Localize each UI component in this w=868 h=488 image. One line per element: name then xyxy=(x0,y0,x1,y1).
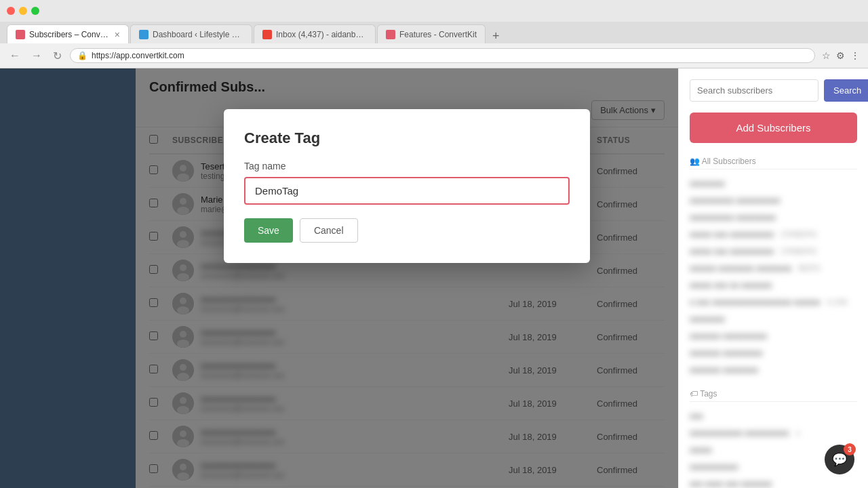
minimize-window-button[interactable] xyxy=(19,7,27,15)
tag-label: xxxxxxxxxxx xyxy=(690,462,738,472)
search-input[interactable] xyxy=(690,79,818,102)
url-text: https://app.convertkit.com xyxy=(92,51,184,60)
segment-count: CRIBERS xyxy=(781,230,816,239)
segment-label: xxxxxxx xxxxxxxx xyxy=(690,365,758,375)
sidebar-segment-item[interactable]: xxxxxxx xxxxxxxxxx xyxy=(690,327,857,344)
tag-label: xxx xyxy=(690,411,703,421)
tab-features[interactable]: Features - ConvertKit xyxy=(377,24,486,43)
segment-label: xxxxxxx xxxxxxxxx xyxy=(690,348,763,358)
browser-tabs: Subscribers – ConvertKit × Dashboard ‹ L… xyxy=(0,22,868,43)
browser-titlebar xyxy=(0,0,868,22)
segment-label: x xxx xxxxxxxxxxxxxxxxxx xxxxxx xyxy=(690,297,821,307)
tag-name-label: Tag name xyxy=(244,161,570,171)
sidebar-segment-item[interactable]: xxxxxxx xxxxxxxxx xyxy=(690,344,857,361)
tab-label: Inbox (4,437) - aidanbooth09... xyxy=(276,30,367,39)
browser-chrome: Subscribers – ConvertKit × Dashboard ‹ L… xyxy=(0,0,868,68)
main-content: Confirmed Subs... Bulk Actions ▾ SUBSCRI… xyxy=(136,68,678,488)
chat-icon: 💬 xyxy=(832,452,847,467)
chat-bubble[interactable]: 💬 3 xyxy=(825,445,854,474)
search-area: Search xyxy=(690,79,857,102)
maximize-window-button[interactable] xyxy=(31,7,39,15)
left-sidebar xyxy=(0,68,136,488)
tab-favicon xyxy=(16,30,25,39)
segment-label: xxxxxxxx xyxy=(690,314,725,324)
tag-icon: 🏷 xyxy=(690,389,698,399)
tab-subscribers[interactable]: Subscribers – ConvertKit × xyxy=(7,24,129,43)
tab-favicon xyxy=(386,30,395,39)
app-container: Confirmed Subs... Bulk Actions ▾ SUBSCRI… xyxy=(0,68,868,488)
sidebar-tag-item[interactable]: xxx xxxx xxx xxxxxxx xyxy=(690,475,857,488)
back-button[interactable]: ← xyxy=(7,48,23,63)
tag-label: xxxxx xyxy=(690,445,712,455)
close-window-button[interactable] xyxy=(7,7,15,15)
segment-label: xxxxxx xxxxxxxx xxxxxxxx xyxy=(690,263,791,273)
tag-count: s xyxy=(796,428,800,438)
modal-actions: Save Cancel xyxy=(244,218,570,243)
save-button[interactable]: Save xyxy=(244,218,293,243)
segment-count: CRIBERS xyxy=(781,247,816,256)
right-sidebar: Search Add Subscribers 👥 All Subscribers… xyxy=(678,68,868,488)
tab-dashboard[interactable]: Dashboard ‹ Lifestyle Bluepri... xyxy=(130,24,252,43)
tag-label: xxx xxxx xxx xxxxxxx xyxy=(690,479,772,488)
segment-label: xxxxxxxxxx xxxxxxxxx xyxy=(690,212,776,222)
tag-name-form-group: Tag name xyxy=(244,161,570,205)
segment-count: BERS xyxy=(798,264,821,273)
sidebar-segment-item[interactable]: xxxxxxxx xyxy=(690,175,857,192)
segment-label: xxxxx xxx xxxxxxxxxx xyxy=(690,229,774,239)
segment-label: xxxxx xxx xxxxxxxxxx xyxy=(690,246,774,256)
forward-button[interactable]: → xyxy=(28,48,45,63)
tab-favicon xyxy=(139,30,149,39)
segment-label: xxxxxxxxxx xxxxxxxxxx xyxy=(690,195,781,205)
segment-count: 5,345 xyxy=(827,298,848,307)
extensions-icon[interactable]: ⚙ xyxy=(835,49,846,62)
tag-label: xxxxxxxxxxxx xxxxxxxxxx xyxy=(690,428,789,438)
people-icon: 👥 xyxy=(690,157,700,166)
address-bar[interactable]: 🔒 https://app.convertkit.com xyxy=(70,48,815,63)
tab-inbox[interactable]: Inbox (4,437) - aidanbooth09... xyxy=(254,24,376,43)
segment-label: xxxxxxx xxxxxxxxxx xyxy=(690,331,767,341)
segments-section-label: 👥 All Subscribers xyxy=(690,154,857,169)
refresh-button[interactable]: ↻ xyxy=(50,48,64,64)
tags-section-label: 🏷 Tags xyxy=(690,386,857,402)
sidebar-segment-item[interactable]: xxxxx xxx xxxxxxxxxxCRIBERS xyxy=(690,243,857,260)
tab-close-icon[interactable]: × xyxy=(115,29,120,40)
sidebar-segment-item[interactable]: xxxxxxx xxxxxxxx xyxy=(690,361,857,378)
segment-label: xxxxxxxx xyxy=(690,178,725,188)
segment-label: xxxxx xxx xx xxxxxxx xyxy=(690,280,772,290)
menu-icon[interactable]: ⋮ xyxy=(849,49,861,62)
sidebar-segment-item[interactable]: xxxxx xxx xxxxxxxxxxCRIBERS xyxy=(690,226,857,243)
add-subscribers-button[interactable]: Add Subscribers xyxy=(690,113,857,143)
sidebar-segment-item[interactable]: xxxxxxxxxx xxxxxxxxx xyxy=(690,209,857,226)
window-controls xyxy=(7,7,39,15)
modal-title: Create Tag xyxy=(244,129,570,147)
sidebar-segment-item[interactable]: xxxxxxxx xyxy=(690,310,857,327)
tab-favicon xyxy=(262,30,272,39)
bookmark-icon[interactable]: ☆ xyxy=(821,49,832,62)
sidebar-segment-item[interactable]: xxxxx xxx xx xxxxxxx xyxy=(690,277,857,293)
search-button[interactable]: Search xyxy=(824,79,868,102)
browser-addressbar: ← → ↻ 🔒 https://app.convertkit.com ☆ ⚙ ⋮ xyxy=(0,43,868,68)
sidebar-tag-item[interactable]: xxx xyxy=(690,407,857,424)
tag-name-input[interactable] xyxy=(244,177,570,205)
cancel-button[interactable]: Cancel xyxy=(300,218,358,243)
modal-overlay[interactable]: Create Tag Tag name Save Cancel xyxy=(136,68,678,488)
lock-icon: 🔒 xyxy=(77,51,87,60)
segments-list: xxxxxxxxxxxxxxxxxx xxxxxxxxxxxxxxxxxxxx … xyxy=(690,175,857,378)
sidebar-segment-item[interactable]: x xxx xxxxxxxxxxxxxxxxxx xxxxxx5,345 xyxy=(690,293,857,310)
sidebar-segment-item[interactable]: xxxxxxxxxx xxxxxxxxxx xyxy=(690,192,857,209)
browser-actions: ☆ ⚙ ⋮ xyxy=(821,49,861,62)
new-tab-button[interactable]: + xyxy=(487,29,505,43)
sidebar-segment-item[interactable]: xxxxxx xxxxxxxx xxxxxxxxBERS xyxy=(690,260,857,277)
sidebar-tag-item[interactable]: xxxxxxxxxxxx xxxxxxxxxxs xyxy=(690,424,857,441)
tab-label: Subscribers – ConvertKit xyxy=(29,30,111,39)
chat-badge: 3 xyxy=(844,443,856,455)
tab-label: Dashboard ‹ Lifestyle Bluepri... xyxy=(153,30,243,39)
create-tag-modal: Create Tag Tag name Save Cancel xyxy=(224,109,590,263)
tab-label: Features - ConvertKit xyxy=(399,30,477,39)
